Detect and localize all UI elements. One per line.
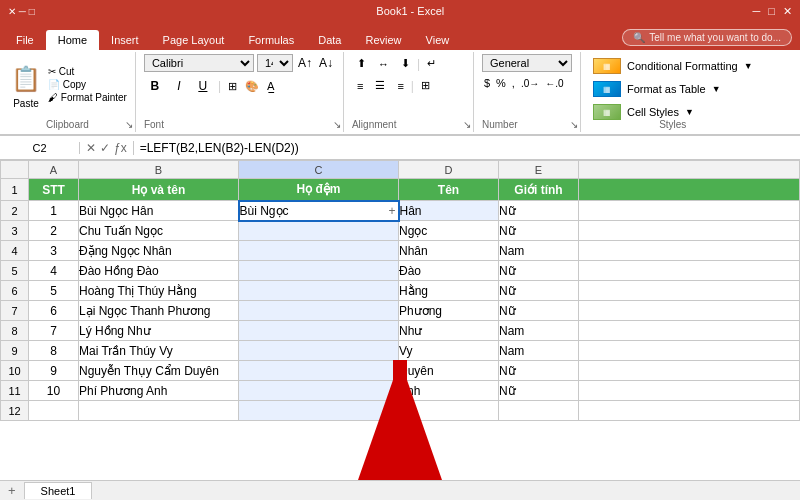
col-header-b[interactable]: B	[79, 161, 239, 179]
name-box[interactable]: C2	[0, 142, 80, 154]
cell-c6[interactable]	[239, 281, 399, 301]
align-bottom-icon[interactable]: ⬇	[396, 54, 415, 73]
header-gioitinh[interactable]: Giới tính	[499, 179, 579, 201]
col-header-d[interactable]: D	[399, 161, 499, 179]
font-shrink-icon[interactable]: A↓	[317, 54, 335, 72]
cell-d8[interactable]: Như	[399, 321, 499, 341]
cell-c5[interactable]	[239, 261, 399, 281]
minimize-btn[interactable]: ─	[753, 5, 761, 18]
format-as-table-button[interactable]: ▦ Format as Table ▼	[589, 79, 757, 99]
number-expand[interactable]: ↘	[570, 119, 578, 130]
cell-e6[interactable]: Nữ	[499, 281, 579, 301]
wrap-text-icon[interactable]: ↵	[422, 54, 441, 73]
currency-button[interactable]: $	[482, 75, 492, 91]
cell-c11[interactable]	[239, 381, 399, 401]
conditional-formatting-button[interactable]: ▦ Conditional Formatting ▼	[589, 56, 757, 76]
header-hoedem[interactable]: Họ đệm	[239, 179, 399, 201]
cell-c7[interactable]	[239, 301, 399, 321]
align-top-icon[interactable]: ⬆	[352, 54, 371, 73]
cell-c12[interactable]	[239, 401, 399, 421]
confirm-formula-icon[interactable]: ✓	[100, 141, 110, 155]
cell-e2[interactable]: Nữ	[499, 201, 579, 221]
cut-button[interactable]: ✂ Cut	[48, 66, 127, 77]
col-header-a[interactable]: A	[29, 161, 79, 179]
col-header-e[interactable]: E	[499, 161, 579, 179]
cell-a3[interactable]: 2	[29, 221, 79, 241]
header-hovaten[interactable]: Họ và tên	[79, 179, 239, 201]
decrease-decimal-button[interactable]: ←.0	[543, 76, 565, 91]
cell-d10[interactable]: Duyên	[399, 361, 499, 381]
cell-a7[interactable]: 6	[29, 301, 79, 321]
cell-d5[interactable]: Đào	[399, 261, 499, 281]
align-center-icon[interactable]: ☰	[370, 76, 390, 95]
cell-a2[interactable]: 1	[29, 201, 79, 221]
cell-e9[interactable]: Nam	[499, 341, 579, 361]
paste-button[interactable]: 📋 Paste	[8, 60, 44, 109]
cell-d9[interactable]: Vy	[399, 341, 499, 361]
cell-c8[interactable]	[239, 321, 399, 341]
cell-b5[interactable]: Đào Hồng Đào	[79, 261, 239, 281]
number-format-select[interactable]: General	[482, 54, 572, 72]
tab-insert[interactable]: Insert	[99, 30, 151, 50]
italic-button[interactable]: I	[168, 75, 190, 97]
cell-a5[interactable]: 4	[29, 261, 79, 281]
bold-button[interactable]: B	[144, 75, 166, 97]
copy-button[interactable]: 📄 Copy	[48, 79, 127, 90]
sheet-tab-sheet1[interactable]: Sheet1	[24, 482, 93, 499]
header-ten[interactable]: Tên	[399, 179, 499, 201]
tab-page-layout[interactable]: Page Layout	[151, 30, 237, 50]
formula-input[interactable]	[134, 141, 800, 155]
tab-review[interactable]: Review	[353, 30, 413, 50]
cell-e8[interactable]: Nam	[499, 321, 579, 341]
clipboard-expand[interactable]: ↘	[125, 119, 133, 130]
tab-formulas[interactable]: Formulas	[236, 30, 306, 50]
cell-e4[interactable]: Nam	[499, 241, 579, 261]
cell-b4[interactable]: Đặng Ngọc Nhân	[79, 241, 239, 261]
cell-e12[interactable]	[499, 401, 579, 421]
align-right-icon[interactable]: ≡	[392, 77, 408, 95]
comma-button[interactable]: ,	[510, 75, 517, 91]
cell-d12[interactable]	[399, 401, 499, 421]
cell-b12[interactable]	[79, 401, 239, 421]
align-left-icon[interactable]: ≡	[352, 77, 368, 95]
insert-function-icon[interactable]: ƒx	[114, 141, 127, 155]
cell-d7[interactable]: Phương	[399, 301, 499, 321]
cell-a6[interactable]: 5	[29, 281, 79, 301]
cancel-formula-icon[interactable]: ✕	[86, 141, 96, 155]
add-sheet-button[interactable]: +	[0, 481, 24, 500]
format-painter-button[interactable]: 🖌 Format Painter	[48, 92, 127, 103]
cell-b7[interactable]: Lại Ngọc Thanh Phương	[79, 301, 239, 321]
tab-home[interactable]: Home	[46, 30, 99, 50]
cell-c10[interactable]	[239, 361, 399, 381]
cell-b8[interactable]: Lý Hồng Như	[79, 321, 239, 341]
font-size-select[interactable]: 14	[257, 54, 293, 72]
cell-e5[interactable]: Nữ	[499, 261, 579, 281]
col-header-c[interactable]: C	[239, 161, 399, 179]
increase-decimal-button[interactable]: .0→	[519, 76, 541, 91]
cell-b9[interactable]: Mai Trần Thúy Vy	[79, 341, 239, 361]
maximize-btn[interactable]: □	[768, 5, 775, 18]
cell-b11[interactable]: Phí Phương Anh	[79, 381, 239, 401]
tab-data[interactable]: Data	[306, 30, 353, 50]
cell-a8[interactable]: 7	[29, 321, 79, 341]
cell-d3[interactable]: Ngọc	[399, 221, 499, 241]
close-btn[interactable]: ✕	[783, 5, 792, 18]
tell-me-input[interactable]: 🔍 Tell me what you want to do...	[622, 29, 792, 46]
cell-a10[interactable]: 9	[29, 361, 79, 381]
cell-a11[interactable]: 10	[29, 381, 79, 401]
cell-d6[interactable]: Hằng	[399, 281, 499, 301]
cell-c2[interactable]: Bùi Ngọc+	[239, 201, 399, 221]
cell-c9[interactable]	[239, 341, 399, 361]
cell-a4[interactable]: 3	[29, 241, 79, 261]
tab-view[interactable]: View	[414, 30, 462, 50]
percent-button[interactable]: %	[494, 75, 508, 91]
font-name-select[interactable]: Calibri	[144, 54, 254, 72]
cell-b10[interactable]: Nguyễn Thụy Cẩm Duyên	[79, 361, 239, 381]
cell-a12[interactable]	[29, 401, 79, 421]
cell-c3[interactable]	[239, 221, 399, 241]
cell-b6[interactable]: Hoàng Thị Thúy Hằng	[79, 281, 239, 301]
fill-color-button[interactable]: 🎨	[242, 77, 262, 96]
cell-b3[interactable]: Chu Tuấn Ngọc	[79, 221, 239, 241]
cell-d11[interactable]: Anh	[399, 381, 499, 401]
header-stt[interactable]: STT	[29, 179, 79, 201]
